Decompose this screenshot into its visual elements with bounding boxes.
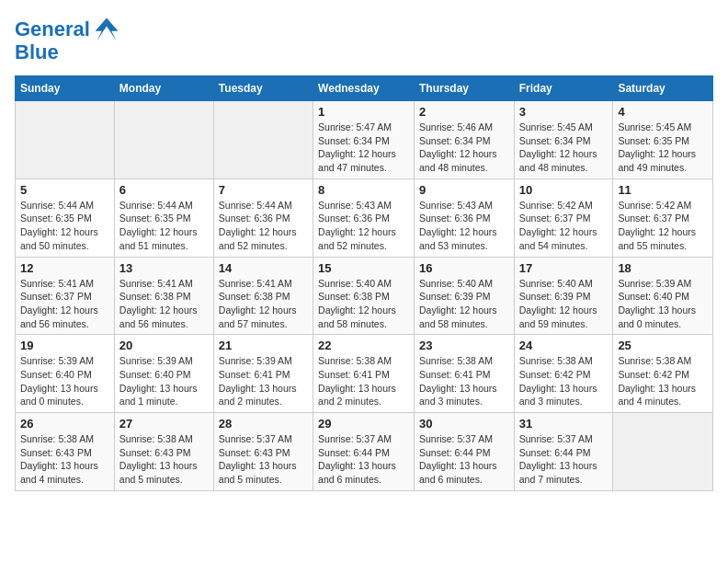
- day-info: Sunrise: 5:40 AM Sunset: 6:39 PM Dayligh…: [419, 277, 509, 331]
- calendar-cell: [16, 101, 115, 179]
- calendar-cell: 16Sunrise: 5:40 AM Sunset: 6:39 PM Dayli…: [414, 257, 514, 335]
- day-number: 18: [618, 261, 708, 275]
- day-number: 15: [318, 261, 409, 275]
- day-info: Sunrise: 5:41 AM Sunset: 6:38 PM Dayligh…: [119, 277, 209, 331]
- day-number: 28: [219, 417, 308, 431]
- day-number: 11: [618, 183, 708, 197]
- day-number: 12: [20, 261, 109, 275]
- calendar-cell: 6Sunrise: 5:44 AM Sunset: 6:35 PM Daylig…: [114, 178, 213, 257]
- day-number: 24: [519, 339, 609, 352]
- day-info: Sunrise: 5:40 AM Sunset: 6:38 PM Dayligh…: [318, 277, 409, 331]
- calendar-cell: 30Sunrise: 5:37 AM Sunset: 6:44 PM Dayli…: [414, 413, 514, 491]
- calendar-cell: 13Sunrise: 5:41 AM Sunset: 6:38 PM Dayli…: [114, 257, 213, 335]
- calendar-table: SundayMondayTuesdayWednesdayThursdayFrid…: [15, 75, 713, 491]
- day-number: 5: [20, 183, 109, 197]
- calendar-cell: 28Sunrise: 5:37 AM Sunset: 6:43 PM Dayli…: [213, 413, 313, 491]
- day-info: Sunrise: 5:39 AM Sunset: 6:40 PM Dayligh…: [119, 354, 209, 408]
- weekday-header: Thursday: [414, 76, 514, 101]
- day-info: Sunrise: 5:42 AM Sunset: 6:37 PM Dayligh…: [618, 199, 708, 253]
- day-info: Sunrise: 5:37 AM Sunset: 6:44 PM Dayligh…: [519, 432, 609, 487]
- day-info: Sunrise: 5:38 AM Sunset: 6:43 PM Dayligh…: [20, 432, 109, 487]
- calendar-cell: 24Sunrise: 5:38 AM Sunset: 6:42 PM Dayli…: [514, 335, 613, 413]
- day-info: Sunrise: 5:39 AM Sunset: 6:40 PM Dayligh…: [618, 277, 708, 331]
- day-info: Sunrise: 5:44 AM Sunset: 6:35 PM Dayligh…: [20, 199, 109, 253]
- calendar-cell: 29Sunrise: 5:37 AM Sunset: 6:44 PM Dayli…: [313, 413, 415, 491]
- day-number: 10: [519, 183, 609, 197]
- weekday-header: Friday: [514, 76, 613, 101]
- weekday-header: Sunday: [16, 76, 115, 101]
- weekday-header: Tuesday: [213, 76, 313, 101]
- calendar-cell: 4Sunrise: 5:45 AM Sunset: 6:35 PM Daylig…: [613, 101, 713, 179]
- day-number: 29: [318, 417, 409, 431]
- calendar-week-row: 12Sunrise: 5:41 AM Sunset: 6:37 PM Dayli…: [16, 257, 713, 335]
- calendar-week-row: 19Sunrise: 5:39 AM Sunset: 6:40 PM Dayli…: [16, 335, 713, 413]
- day-number: 6: [119, 183, 209, 197]
- day-number: 19: [20, 339, 109, 352]
- day-info: Sunrise: 5:38 AM Sunset: 6:41 PM Dayligh…: [318, 354, 409, 408]
- calendar-cell: 25Sunrise: 5:38 AM Sunset: 6:42 PM Dayli…: [613, 335, 713, 413]
- day-number: 7: [219, 183, 308, 197]
- calendar-cell: 31Sunrise: 5:37 AM Sunset: 6:44 PM Dayli…: [514, 413, 613, 491]
- day-number: 25: [618, 339, 708, 352]
- logo-icon: [92, 15, 121, 44]
- calendar-cell: 23Sunrise: 5:38 AM Sunset: 6:41 PM Dayli…: [414, 335, 514, 413]
- day-number: 8: [318, 183, 409, 197]
- calendar-cell: 21Sunrise: 5:39 AM Sunset: 6:41 PM Dayli…: [213, 335, 313, 413]
- weekday-header: Monday: [114, 76, 213, 101]
- day-number: 14: [219, 261, 308, 275]
- day-number: 13: [119, 261, 209, 275]
- day-info: Sunrise: 5:45 AM Sunset: 6:34 PM Dayligh…: [519, 121, 609, 175]
- calendar-cell: 15Sunrise: 5:40 AM Sunset: 6:38 PM Dayli…: [313, 257, 415, 335]
- day-number: 16: [419, 261, 509, 275]
- calendar-cell: 12Sunrise: 5:41 AM Sunset: 6:37 PM Dayli…: [16, 257, 115, 335]
- day-info: Sunrise: 5:42 AM Sunset: 6:37 PM Dayligh…: [519, 199, 609, 253]
- calendar-cell: 7Sunrise: 5:44 AM Sunset: 6:36 PM Daylig…: [213, 178, 313, 257]
- calendar-cell: 14Sunrise: 5:41 AM Sunset: 6:38 PM Dayli…: [213, 257, 313, 335]
- day-info: Sunrise: 5:44 AM Sunset: 6:35 PM Dayligh…: [119, 199, 209, 253]
- calendar-cell: 3Sunrise: 5:45 AM Sunset: 6:34 PM Daylig…: [514, 101, 613, 179]
- calendar-cell: 18Sunrise: 5:39 AM Sunset: 6:40 PM Dayli…: [613, 257, 713, 335]
- day-number: 20: [119, 339, 209, 352]
- day-number: 2: [419, 105, 509, 119]
- logo: General Blue: [15, 15, 121, 64]
- weekday-header: Wednesday: [313, 76, 415, 101]
- day-number: 3: [519, 105, 609, 119]
- calendar-cell: 5Sunrise: 5:44 AM Sunset: 6:35 PM Daylig…: [16, 178, 115, 257]
- day-number: 21: [219, 339, 308, 352]
- calendar-week-row: 26Sunrise: 5:38 AM Sunset: 6:43 PM Dayli…: [16, 413, 713, 491]
- day-number: 30: [419, 417, 509, 431]
- calendar-cell: 8Sunrise: 5:43 AM Sunset: 6:36 PM Daylig…: [313, 178, 415, 257]
- day-info: Sunrise: 5:38 AM Sunset: 6:42 PM Dayligh…: [519, 354, 609, 408]
- calendar-cell: 9Sunrise: 5:43 AM Sunset: 6:36 PM Daylig…: [414, 178, 514, 257]
- day-info: Sunrise: 5:38 AM Sunset: 6:43 PM Dayligh…: [119, 432, 209, 487]
- day-number: 9: [419, 183, 509, 197]
- day-info: Sunrise: 5:45 AM Sunset: 6:35 PM Dayligh…: [618, 121, 708, 175]
- calendar-cell: 19Sunrise: 5:39 AM Sunset: 6:40 PM Dayli…: [16, 335, 115, 413]
- day-number: 27: [119, 417, 209, 431]
- calendar-cell: [114, 101, 213, 179]
- day-info: Sunrise: 5:43 AM Sunset: 6:36 PM Dayligh…: [318, 199, 409, 253]
- page-header: General Blue: [15, 15, 713, 64]
- day-info: Sunrise: 5:37 AM Sunset: 6:44 PM Dayligh…: [318, 432, 409, 487]
- calendar-cell: [213, 101, 313, 179]
- calendar-cell: 17Sunrise: 5:40 AM Sunset: 6:39 PM Dayli…: [514, 257, 613, 335]
- calendar-cell: 26Sunrise: 5:38 AM Sunset: 6:43 PM Dayli…: [16, 413, 115, 491]
- day-info: Sunrise: 5:44 AM Sunset: 6:36 PM Dayligh…: [219, 199, 308, 253]
- day-info: Sunrise: 5:38 AM Sunset: 6:42 PM Dayligh…: [618, 354, 708, 408]
- day-info: Sunrise: 5:38 AM Sunset: 6:41 PM Dayligh…: [419, 354, 509, 408]
- day-number: 17: [519, 261, 609, 275]
- weekday-header-row: SundayMondayTuesdayWednesdayThursdayFrid…: [16, 76, 713, 101]
- calendar-cell: 22Sunrise: 5:38 AM Sunset: 6:41 PM Dayli…: [313, 335, 415, 413]
- day-number: 22: [318, 339, 409, 352]
- weekday-header: Saturday: [613, 76, 713, 101]
- day-info: Sunrise: 5:37 AM Sunset: 6:44 PM Dayligh…: [419, 432, 509, 487]
- day-number: 31: [519, 417, 609, 431]
- day-number: 4: [618, 105, 708, 119]
- calendar-cell: 11Sunrise: 5:42 AM Sunset: 6:37 PM Dayli…: [613, 178, 713, 257]
- day-number: 26: [20, 417, 109, 431]
- calendar-week-row: 1Sunrise: 5:47 AM Sunset: 6:34 PM Daylig…: [16, 101, 713, 179]
- day-info: Sunrise: 5:46 AM Sunset: 6:34 PM Dayligh…: [419, 121, 509, 175]
- calendar-cell: 2Sunrise: 5:46 AM Sunset: 6:34 PM Daylig…: [414, 101, 514, 179]
- day-info: Sunrise: 5:41 AM Sunset: 6:37 PM Dayligh…: [20, 277, 109, 331]
- day-info: Sunrise: 5:39 AM Sunset: 6:40 PM Dayligh…: [20, 354, 109, 408]
